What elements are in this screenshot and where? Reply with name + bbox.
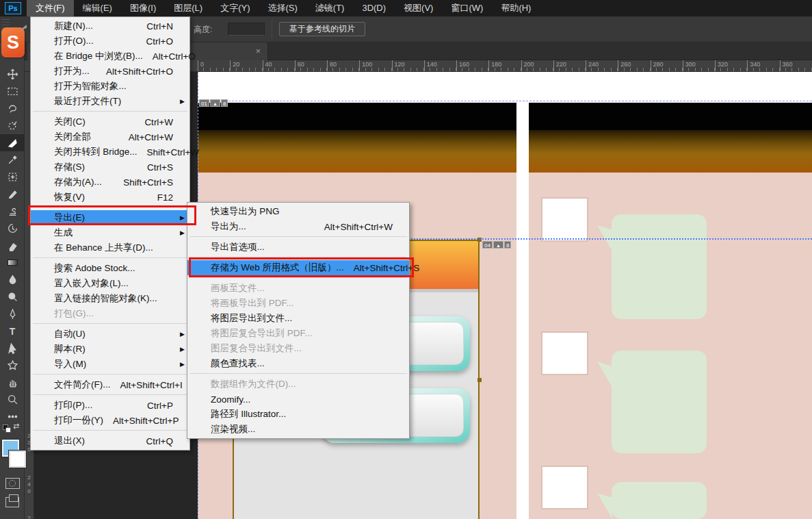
swap-colors-icon[interactable]: ⇄ (13, 422, 19, 431)
history-brush-tool[interactable] (0, 220, 25, 237)
menu-item[interactable]: 打开为...Alt+Shift+Ctrl+O (31, 64, 189, 79)
type-tool[interactable]: T (0, 322, 25, 340)
menu-item[interactable]: 生成▶ (31, 225, 189, 240)
menu-item[interactable]: 将画板导出到 PDF... (187, 296, 409, 311)
menu-separator (31, 109, 189, 114)
menu-item[interactable]: 存储为(A)...Shift+Ctrl+S (31, 175, 189, 190)
menu-item[interactable]: 导出(E)▶ (31, 210, 189, 225)
menu-separator (31, 321, 189, 327)
menu-item[interactable]: 搜索 Adobe Stock... (31, 261, 189, 276)
menubar-item[interactable]: 视图(V) (395, 0, 442, 16)
tools-panel: T ⇄ (0, 42, 25, 519)
menu-item[interactable]: 打印一份(Y)Alt+Shift+Ctrl+P (31, 413, 189, 428)
slices-from-guides-button[interactable]: 基于参考线的切片 (279, 22, 365, 36)
custom-shape-tool[interactable] (0, 357, 25, 374)
menu-item[interactable]: 新建(N)...Ctrl+N (31, 18, 189, 34)
menu-item[interactable]: 导入(M)▶ (31, 357, 189, 372)
menubar-item[interactable]: 编辑(E) (74, 0, 121, 16)
menu-item[interactable]: 图层复合导出到文件... (187, 341, 409, 356)
pen-tool[interactable] (0, 305, 25, 322)
edit-toolbar[interactable] (0, 408, 25, 425)
height-input[interactable] (228, 23, 265, 36)
zoom-tool[interactable] (0, 391, 25, 408)
menu-item[interactable]: 路径到 Illustrator... (187, 407, 409, 422)
menu-item[interactable]: 将图层导出到文件... (187, 311, 409, 326)
menu-item[interactable]: 脚本(R)▶ (31, 342, 189, 357)
menu-item[interactable]: 打包(G)... (31, 306, 189, 321)
slice-tool[interactable] (0, 134, 25, 151)
menubar-item[interactable]: 帮助(H) (492, 0, 540, 16)
menu-separator (31, 255, 189, 261)
menu-separator (31, 428, 189, 433)
menubar-item[interactable]: 窗口(W) (442, 0, 492, 16)
menu-item[interactable]: 关闭全部Alt+Ctrl+W (31, 129, 189, 144)
dodge-tool[interactable] (0, 288, 25, 305)
menu-item[interactable]: 画板至文件... (187, 281, 409, 296)
speech-bubble (612, 351, 707, 453)
ruler-tick-label: 220 (553, 60, 566, 72)
menu-item[interactable]: 快速导出为 PNG (187, 204, 409, 219)
menu-item[interactable]: 颜色查找表... (187, 356, 409, 371)
menubar-item[interactable]: 文字(Y) (211, 0, 259, 16)
menu-item[interactable]: 存储(S)Ctrl+S (31, 160, 189, 175)
menu-item[interactable]: 数据组作为文件(D)... (187, 377, 409, 392)
menu-item[interactable]: 导出首选项... (187, 240, 409, 255)
gradient-tool[interactable] (0, 254, 25, 271)
transform-handle[interactable] (477, 378, 482, 382)
slice-suffix: 8 (504, 241, 511, 249)
menu-item[interactable]: 将图层复合导出到 PDF... (187, 326, 409, 341)
menu-item[interactable]: 文件简介(F)...Alt+Shift+Ctrl+I (31, 377, 189, 392)
tab-close-icon[interactable]: × (255, 42, 261, 60)
menu-item[interactable]: 置入链接的智能对象(K)... (31, 291, 189, 306)
clone-stamp-tool[interactable] (0, 203, 25, 220)
submenu-arrow-icon: ▶ (180, 214, 185, 221)
export-submenu: 快速导出为 PNG导出为...Alt+Shift+Ctrl+W导出首选项...存… (187, 202, 410, 439)
default-colors-widget[interactable]: ⇄ (3, 425, 22, 435)
slice-suffix: 8 (221, 99, 228, 107)
menubar-item[interactable]: 文件(F) (27, 0, 74, 16)
lasso-tool[interactable] (0, 100, 25, 117)
right-design-black-bar (529, 103, 812, 130)
menu-item[interactable]: Zoomify... (187, 392, 409, 407)
ruler-tick-label: 2 (25, 515, 34, 519)
menu-item[interactable]: 打开为智能对象... (31, 79, 189, 94)
menu-item[interactable]: 在 Behance 上共享(D)... (31, 240, 189, 255)
menubar-item[interactable]: 选择(S) (259, 0, 306, 16)
file-menu-dropdown: 新建(N)...Ctrl+N打开(O)...Ctrl+O在 Bridge 中浏览… (30, 16, 190, 451)
menu-item[interactable]: 打开(O)...Ctrl+O (31, 34, 189, 49)
menu-item[interactable]: 关闭并转到 Bridge...Shift+Ctrl+W (31, 144, 189, 160)
move-tool[interactable] (0, 66, 25, 83)
healing-brush-tool[interactable] (0, 168, 25, 186)
blur-tool[interactable] (0, 271, 25, 288)
menu-item[interactable]: 置入嵌入对象(L)... (31, 276, 189, 291)
default-background-icon (5, 427, 11, 433)
menu-item[interactable]: 退出(X)Ctrl+Q (31, 433, 189, 448)
menubar-item[interactable]: 滤镜(T) (306, 0, 354, 16)
right-design-gradient-bar (529, 130, 812, 173)
path-selection-tool[interactable] (0, 340, 25, 357)
s-app-icon: S (1, 27, 25, 58)
quick-mask-icon[interactable] (5, 478, 20, 489)
eraser-tool[interactable] (0, 237, 25, 254)
screen-mode-icon[interactable] (5, 497, 19, 507)
menubar-item[interactable]: 图像(I) (121, 0, 165, 16)
menubar-item[interactable]: 图层(L) (165, 0, 211, 16)
marquee-tool[interactable] (0, 83, 25, 100)
brush-tool[interactable] (0, 186, 25, 203)
menu-item[interactable]: 渲染视频... (187, 422, 409, 437)
menu-item[interactable]: 最近打开文件(T)▶ (31, 94, 189, 109)
quick-selection-tool[interactable] (0, 117, 25, 134)
menu-item[interactable]: 恢复(V)F12 (31, 190, 189, 205)
menu-item[interactable]: 打印(P)...Ctrl+P (31, 398, 189, 413)
menu-item[interactable]: 自动(U)▶ (31, 327, 189, 342)
menu-item[interactable]: 存储为 Web 所用格式（旧版）...Alt+Shift+Ctrl+S (187, 260, 409, 275)
menu-item[interactable]: 导出为...Alt+Shift+Ctrl+W (187, 219, 409, 234)
menu-item[interactable]: 关闭(C)Ctrl+W (31, 114, 189, 129)
eyedropper-tool[interactable] (0, 151, 25, 168)
hand-tool[interactable] (0, 374, 25, 391)
ruler-tick-label: 20 (230, 60, 239, 72)
menu-item[interactable]: 在 Bridge 中浏览(B)...Alt+Ctrl+O (31, 49, 189, 64)
background-color-swatch[interactable] (9, 451, 26, 468)
menubar-item[interactable]: 3D(D) (353, 0, 395, 16)
ruler-tick-label: 160 (456, 60, 469, 72)
